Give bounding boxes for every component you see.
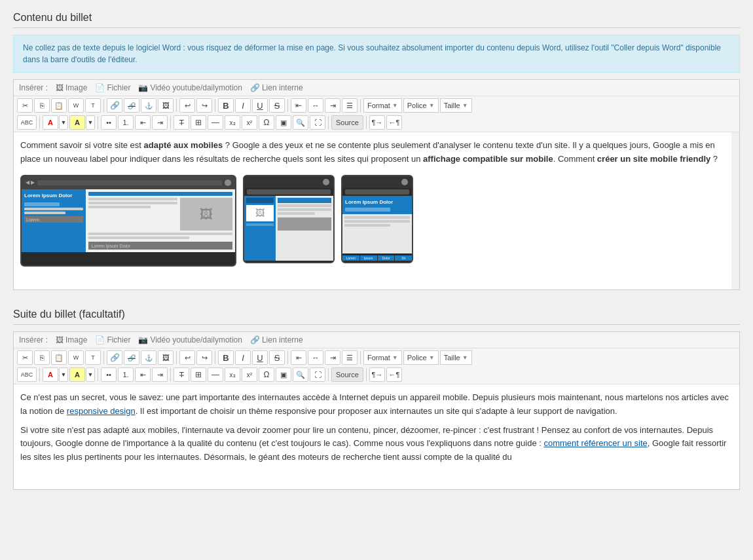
paste-text-btn-2[interactable]: T: [85, 350, 101, 365]
redo-btn-2[interactable]: ↪: [196, 350, 212, 365]
italic-btn-2[interactable]: I: [235, 350, 251, 365]
format-dropdown[interactable]: Format ▼: [363, 98, 402, 113]
align-left-btn[interactable]: ⇤: [291, 98, 306, 113]
cut-btn-2[interactable]: ✂: [17, 350, 33, 365]
bg-color-btn[interactable]: A: [69, 115, 85, 130]
align-left-btn-2[interactable]: ⇤: [291, 350, 306, 365]
link-btn[interactable]: 🔗: [107, 98, 122, 113]
spellcheck-btn[interactable]: ABC: [17, 115, 37, 130]
list-ul-btn[interactable]: ••: [101, 115, 117, 130]
paste-btn[interactable]: 📋: [51, 98, 67, 113]
responsive-design-link[interactable]: responsive design: [67, 406, 136, 416]
referencement-link[interactable]: comment référencer un site: [543, 438, 647, 448]
police-dropdown-2[interactable]: Police ▼: [403, 350, 439, 365]
indent-inc-btn-2[interactable]: ⇥: [152, 367, 168, 382]
bg-color-arrow-btn[interactable]: ▼: [86, 115, 95, 130]
taille-dropdown[interactable]: Taille ▼: [440, 98, 472, 113]
hr-btn[interactable]: —: [208, 115, 223, 130]
align-right-btn-2[interactable]: ⇥: [325, 350, 340, 365]
font-color-btn[interactable]: A: [43, 115, 58, 130]
bg-color-arrow-btn-2[interactable]: ▼: [86, 367, 95, 382]
link-btn-2[interactable]: 🔗: [107, 350, 122, 365]
font-color-btn-2[interactable]: A: [43, 367, 58, 382]
insert-fichier-btn[interactable]: 📄 Fichier: [95, 83, 130, 92]
hr-btn-2[interactable]: —: [208, 367, 223, 382]
editor1-scrollbar[interactable]: [731, 132, 739, 289]
undo-btn-2[interactable]: ↩: [179, 350, 195, 365]
italic-btn[interactable]: I: [235, 98, 251, 113]
redo-btn[interactable]: ↪: [196, 98, 212, 113]
indent-dec-btn-2[interactable]: ⇤: [135, 367, 151, 382]
insert-lien-btn-2[interactable]: 🔗 Lien interne: [250, 335, 303, 345]
subscript-btn-2[interactable]: x₂: [225, 367, 240, 382]
subscript-btn[interactable]: x₂: [225, 115, 240, 130]
rtl-btn[interactable]: ←¶: [386, 115, 402, 130]
align-justify-btn[interactable]: ☰: [342, 98, 358, 113]
special-chars-btn-2[interactable]: Ω: [259, 367, 274, 382]
font-color-arrow-btn[interactable]: ▼: [59, 115, 68, 130]
ltr-btn-2[interactable]: ¶→: [369, 367, 385, 382]
taille-dropdown-2[interactable]: Taille ▼: [440, 350, 472, 365]
insert-video-btn[interactable]: 📷 Vidéo youtube/dailymotion: [138, 83, 242, 92]
find-btn-2[interactable]: 🔍: [293, 367, 308, 382]
table-btn[interactable]: ⊞: [191, 115, 206, 130]
anchor-btn[interactable]: ⚓: [141, 98, 156, 113]
bg-color-btn-2[interactable]: A: [69, 367, 85, 382]
unlink-btn[interactable]: 🔗: [124, 98, 139, 113]
paste-text-btn[interactable]: T: [85, 98, 101, 113]
spellcheck-btn-2[interactable]: ABC: [17, 367, 37, 382]
underline-btn-2[interactable]: U: [252, 350, 268, 365]
iframe-btn[interactable]: ▣: [276, 115, 291, 130]
police-dropdown[interactable]: Police ▼: [403, 98, 439, 113]
align-right-btn[interactable]: ⇥: [325, 98, 340, 113]
iframe-btn-2[interactable]: ▣: [276, 367, 291, 382]
editor2-content[interactable]: Ce n'est pas un secret, vous le savez: u…: [14, 384, 739, 489]
fullscreen-btn[interactable]: ⛶: [310, 115, 325, 130]
anchor-btn-2[interactable]: ⚓: [141, 350, 156, 365]
copy-btn[interactable]: ⎘: [34, 98, 50, 113]
strike-btn[interactable]: S: [269, 98, 285, 113]
insert-lien-btn[interactable]: 🔗 Lien interne: [250, 83, 303, 92]
bold-btn[interactable]: B: [218, 98, 234, 113]
format-dropdown-2[interactable]: Format ▼: [363, 350, 402, 365]
insert-video-btn-2[interactable]: 📷 Vidéo youtube/dailymotion: [138, 335, 242, 345]
insert-fichier-btn-2[interactable]: 📄 Fichier: [95, 335, 130, 345]
font-color-arrow-btn-2[interactable]: ▼: [59, 367, 68, 382]
phone-tab-ipsum: Ipsum: [360, 255, 377, 261]
table-btn-2[interactable]: ⊞: [191, 367, 206, 382]
indent-inc-btn[interactable]: ⇥: [152, 115, 168, 130]
remove-format-btn-2[interactable]: T̶: [174, 367, 189, 382]
strike-btn-2[interactable]: S: [269, 350, 285, 365]
cut-btn[interactable]: ✂: [17, 98, 33, 113]
unlink-btn-2[interactable]: 🔗: [124, 350, 139, 365]
editor1-content[interactable]: Comment savoir si votre site est adapté …: [14, 132, 739, 289]
indent-dec-btn[interactable]: ⇤: [135, 115, 151, 130]
rtl-btn-2[interactable]: ←¶: [386, 367, 402, 382]
insert-image-btn-2[interactable]: 🖼 Image: [56, 335, 87, 345]
remove-format-btn[interactable]: T̶: [174, 115, 189, 130]
source-btn-1[interactable]: Source: [331, 115, 363, 130]
align-center-btn-2[interactable]: ↔: [308, 350, 323, 365]
source-btn-2[interactable]: Source: [331, 367, 363, 382]
ltr-btn[interactable]: ¶→: [369, 115, 385, 130]
find-btn[interactable]: 🔍: [293, 115, 308, 130]
insert-image-btn[interactable]: 🖼 Image: [56, 83, 87, 92]
underline-btn[interactable]: U: [252, 98, 268, 113]
fullscreen-btn-2[interactable]: ⛶: [310, 367, 325, 382]
paste-word-btn-2[interactable]: W: [68, 350, 84, 365]
special-chars-btn[interactable]: Ω: [259, 115, 274, 130]
list-ul-btn-2[interactable]: ••: [101, 367, 117, 382]
copy-btn-2[interactable]: ⎘: [34, 350, 50, 365]
superscript-btn[interactable]: x²: [242, 115, 257, 130]
paste-word-btn[interactable]: W: [68, 98, 84, 113]
superscript-btn-2[interactable]: x²: [242, 367, 257, 382]
align-justify-btn-2[interactable]: ☰: [342, 350, 358, 365]
paste-btn-2[interactable]: 📋: [51, 350, 67, 365]
list-ol-btn[interactable]: 1.: [118, 115, 134, 130]
image-btn-2[interactable]: 🖼: [158, 350, 174, 365]
bold-btn-2[interactable]: B: [218, 350, 234, 365]
image-btn[interactable]: 🖼: [158, 98, 174, 113]
undo-btn[interactable]: ↩: [179, 98, 195, 113]
align-center-btn[interactable]: ↔: [308, 98, 323, 113]
list-ol-btn-2[interactable]: 1.: [118, 367, 134, 382]
